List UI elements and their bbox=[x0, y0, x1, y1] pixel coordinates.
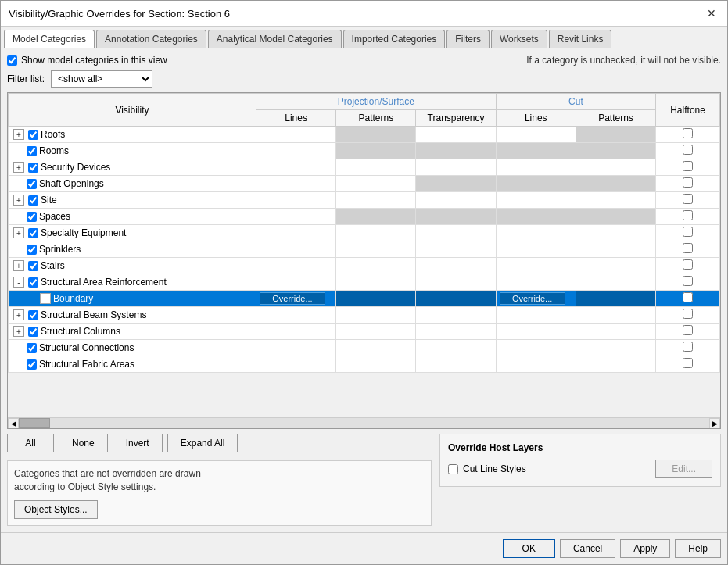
tab-analytical-model-categories[interactable]: Analytical Model Categories bbox=[208, 30, 342, 48]
tab-revit-links[interactable]: Revit Links bbox=[549, 30, 612, 48]
apply-button[interactable]: Apply bbox=[620, 539, 670, 558]
cb-structural-area[interactable] bbox=[28, 277, 38, 288]
show-model-label: Show model categories in this view bbox=[21, 55, 167, 66]
cb-security[interactable] bbox=[28, 163, 38, 173]
table-row[interactable]: +Specialty Equipment bbox=[9, 225, 720, 241]
expand-all-button[interactable]: Expand All bbox=[167, 434, 238, 452]
all-button[interactable]: All bbox=[7, 434, 54, 452]
halftone-columns[interactable] bbox=[683, 325, 693, 335]
info-text: Categories that are not overridden are d… bbox=[14, 467, 425, 494]
cb-roofs[interactable] bbox=[28, 130, 38, 140]
cb-shaft[interactable] bbox=[27, 179, 37, 189]
header-patterns: Patterns bbox=[336, 110, 416, 127]
halftone-structural-area[interactable] bbox=[683, 276, 693, 286]
bottom-row: All None Invert Expand All Categories th… bbox=[7, 434, 721, 526]
table-row[interactable]: +Structural Columns bbox=[9, 324, 720, 340]
table-row[interactable]: +Security Devices bbox=[9, 159, 720, 176]
table-scroll[interactable]: Visibility Projection/Surface Cut Halfto… bbox=[8, 93, 720, 417]
header-cut: Cut bbox=[496, 94, 655, 110]
override-cut-lines-button[interactable]: Override... bbox=[500, 292, 565, 305]
cb-connections[interactable] bbox=[27, 343, 37, 353]
cb-stairs[interactable] bbox=[28, 261, 38, 271]
bottom-left: All None Invert Expand All Categories th… bbox=[7, 434, 432, 526]
table-row[interactable]: Structural Connections bbox=[9, 340, 720, 356]
invert-button[interactable]: Invert bbox=[113, 434, 163, 452]
halftone-shaft[interactable] bbox=[683, 177, 693, 188]
tab-imported-categories[interactable]: Imported Categories bbox=[343, 30, 446, 48]
table-row[interactable]: Structural Fabric Areas bbox=[9, 356, 720, 373]
expand-structural-area[interactable]: - bbox=[13, 277, 24, 288]
halftone-roofs[interactable] bbox=[683, 128, 693, 138]
table-row[interactable]: -Structural Area Reinforcement bbox=[9, 274, 720, 291]
override-lines-button[interactable]: Override... bbox=[260, 292, 325, 305]
expand-security[interactable]: + bbox=[13, 162, 24, 173]
edit-button[interactable]: Edit... bbox=[655, 460, 712, 478]
help-button[interactable]: Help bbox=[675, 539, 721, 558]
halftone-stairs[interactable] bbox=[683, 259, 693, 270]
tab-annotation-categories[interactable]: Annotation Categories bbox=[96, 30, 206, 48]
halftone-sprinklers[interactable] bbox=[683, 243, 693, 253]
ok-button[interactable]: OK bbox=[503, 539, 555, 558]
cb-beam-systems[interactable] bbox=[28, 310, 38, 320]
cb-columns[interactable] bbox=[28, 327, 38, 337]
table-row[interactable]: Spaces bbox=[9, 209, 720, 225]
cb-spaces[interactable] bbox=[27, 212, 37, 222]
object-styles-button[interactable]: Object Styles... bbox=[14, 500, 98, 519]
tab-filters[interactable]: Filters bbox=[446, 30, 490, 48]
table-row[interactable]: +Site bbox=[9, 192, 720, 209]
override-host-row: Cut Line Styles Edit... bbox=[448, 460, 712, 478]
halftone-connections[interactable] bbox=[683, 342, 693, 352]
cut-line-styles-label: Cut Line Styles bbox=[463, 463, 526, 474]
halftone-beam-systems[interactable] bbox=[683, 309, 693, 319]
cb-fabric-areas[interactable] bbox=[27, 359, 37, 370]
expand-columns[interactable]: + bbox=[13, 326, 24, 337]
scroll-thumb[interactable] bbox=[19, 418, 50, 428]
main-window: Visibility/Graphic Overrides for Section… bbox=[0, 0, 728, 565]
table-row[interactable]: Rooms bbox=[9, 143, 720, 159]
filter-select[interactable]: <show all> bbox=[51, 70, 152, 88]
expand-specialty[interactable]: + bbox=[13, 227, 24, 238]
override-host-panel: Override Host Layers Cut Line Styles Edi… bbox=[439, 434, 721, 487]
cb-sprinklers[interactable] bbox=[27, 245, 37, 255]
table-row[interactable]: +Stairs bbox=[9, 258, 720, 274]
close-button[interactable]: ✕ bbox=[704, 5, 719, 21]
expand-beam-systems[interactable]: + bbox=[13, 309, 24, 320]
expand-site[interactable]: + bbox=[13, 195, 24, 206]
cb-rooms[interactable] bbox=[27, 146, 37, 156]
table-row[interactable]: +Structural Beam Systems bbox=[9, 307, 720, 324]
window-title: Visibility/Graphic Overrides for Section… bbox=[9, 8, 230, 20]
halftone-rooms[interactable] bbox=[683, 145, 693, 155]
hint-text: If a category is unchecked, it will not … bbox=[526, 55, 721, 66]
visibility-table: Visibility Projection/Surface Cut Halfto… bbox=[8, 93, 720, 373]
halftone-fabric-areas[interactable] bbox=[683, 358, 693, 368]
main-content: Show model categories in this view If a … bbox=[1, 48, 727, 532]
header-cut-lines: Lines bbox=[496, 110, 576, 127]
filter-label: Filter list: bbox=[7, 73, 45, 84]
cancel-button[interactable]: Cancel bbox=[560, 539, 615, 558]
show-model-checkbox[interactable] bbox=[7, 55, 17, 66]
halftone-spaces[interactable] bbox=[683, 210, 693, 220]
halftone-site[interactable] bbox=[683, 194, 693, 204]
tab-model-categories[interactable]: Model Categories bbox=[4, 30, 95, 48]
halftone-security[interactable] bbox=[683, 161, 693, 171]
expand-stairs[interactable]: + bbox=[13, 260, 24, 271]
cut-line-styles-checkbox[interactable] bbox=[448, 464, 458, 474]
table-container: Visibility Projection/Surface Cut Halfto… bbox=[7, 92, 721, 429]
bottom-section: All None Invert Expand All Categories th… bbox=[7, 434, 721, 526]
table-row-boundary[interactable]: Boundary Override... Override... bbox=[9, 291, 720, 307]
none-button[interactable]: None bbox=[59, 434, 108, 452]
scroll-right-arrow[interactable]: ▶ bbox=[709, 418, 720, 429]
halftone-boundary[interactable] bbox=[683, 292, 693, 302]
cb-specialty[interactable] bbox=[28, 228, 38, 238]
header-cut-patterns: Patterns bbox=[576, 110, 655, 127]
scroll-left-arrow[interactable]: ◀ bbox=[8, 418, 19, 429]
cb-site[interactable] bbox=[28, 195, 38, 206]
horizontal-scrollbar[interactable]: ◀ ▶ bbox=[8, 417, 720, 428]
table-row[interactable]: Shaft Openings bbox=[9, 176, 720, 192]
table-row[interactable]: Sprinklers bbox=[9, 241, 720, 258]
top-row: Show model categories in this view If a … bbox=[7, 55, 721, 66]
tab-worksets[interactable]: Worksets bbox=[491, 30, 547, 48]
table-row[interactable]: +Roofs bbox=[9, 127, 720, 143]
expand-roofs[interactable]: + bbox=[13, 129, 24, 140]
halftone-specialty[interactable] bbox=[683, 227, 693, 237]
